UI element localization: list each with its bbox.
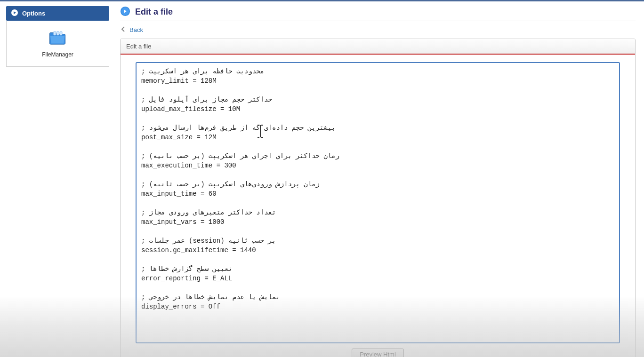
file-editor-textarea[interactable] bbox=[136, 62, 620, 343]
back-link[interactable]: Back bbox=[129, 26, 143, 33]
toggle-icon[interactable] bbox=[11, 9, 18, 18]
options-header: Options bbox=[6, 6, 109, 21]
main-content: Edit a file Back Edit a file Preview Htm… bbox=[115, 1, 644, 357]
svg-rect-2 bbox=[54, 32, 56, 35]
back-row: Back bbox=[120, 21, 636, 39]
arrow-circle-icon bbox=[120, 6, 130, 18]
preview-row: Preview Html bbox=[136, 345, 620, 357]
options-label: Options bbox=[22, 10, 45, 17]
sidebar: Options FileManager bbox=[0, 1, 115, 357]
back-arrow-icon[interactable] bbox=[120, 26, 127, 34]
panel-header: Edit a file bbox=[121, 39, 635, 55]
file-manager-label: FileManager bbox=[42, 51, 73, 58]
page-title: Edit a file bbox=[135, 7, 173, 17]
sidebar-body: FileManager bbox=[6, 21, 109, 67]
preview-html-button[interactable]: Preview Html bbox=[352, 349, 404, 357]
edit-file-panel: Edit a file Preview Html bbox=[120, 39, 636, 357]
svg-rect-3 bbox=[57, 32, 59, 35]
panel-body: Preview Html bbox=[121, 55, 635, 357]
folder-icon bbox=[48, 29, 67, 48]
page-title-row: Edit a file bbox=[120, 6, 636, 21]
svg-rect-4 bbox=[60, 32, 62, 35]
file-manager-item[interactable]: FileManager bbox=[42, 29, 73, 58]
